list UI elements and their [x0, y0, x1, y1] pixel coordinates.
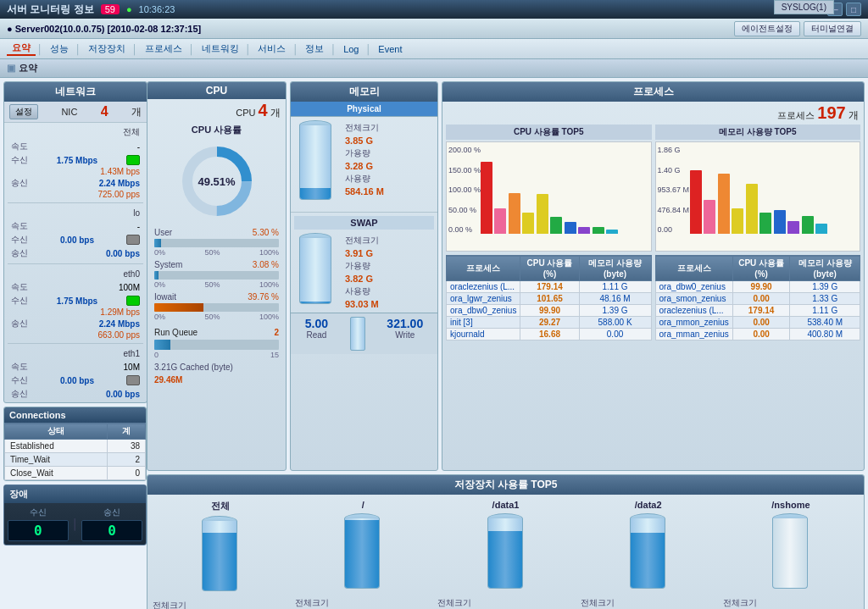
- storage-cylinder-data2: [626, 513, 670, 594]
- chart-bar-1: [481, 162, 506, 234]
- io-read-col: 5.00 Read: [305, 317, 328, 351]
- badge: 59: [101, 4, 120, 14]
- nav-item-summary[interactable]: 요약: [7, 42, 36, 56]
- mem-chart-bars: [690, 146, 857, 234]
- mem-top5-row-2: ora_smon_zenius 0.00 1.33 G: [655, 293, 860, 305]
- connections-table: 상태 계 Established 38 Time_Wait 2: [4, 423, 146, 480]
- cpu-usage-chart: CPU 사용률 TOP5 200.00 % 150.00 % 100.00 % …: [446, 125, 652, 340]
- network-section-eth1: eth1 속도 10M 수신 0.00 bps 송신 0.00 bps: [4, 346, 147, 402]
- storage-stats-data2: 전체크기 89.71 G 가용량 18.54 G 사용량 71: [581, 597, 716, 609]
- nic-count: 4: [101, 104, 108, 119]
- storage-item-root: / 전체크기: [295, 500, 431, 609]
- network-section-total: 전체 속도 - 수신 1.75 Mbps 1.43M bps 송신: [4, 123, 147, 201]
- section-header: ▣ 요약: [0, 59, 868, 78]
- memory-swap-section: 전체크기 3.91 G 가용량 3.82 G 사용량 93.0: [291, 230, 437, 313]
- server-bar: ● Server002(10.0.0.75) [2010-02-08 12:37…: [0, 19, 868, 39]
- cpu-rq-bar: [154, 340, 279, 350]
- chart-bar-3: [537, 194, 562, 234]
- mem-usage-chart: 메모리 사용량 TOP5 1.86 G 1.40 G 953.67 M 476.…: [655, 125, 861, 340]
- nav-item-network[interactable]: 네트워킹: [197, 42, 244, 55]
- mem-chart-area: 1.86 G 1.40 G 953.67 M 476.84 M 0.00: [655, 141, 861, 252]
- cpu-top5-row-3: ora_dbw0_zenius 99.90 1.39 G: [447, 305, 652, 317]
- connections-header: Connections: [4, 407, 146, 423]
- nav-item-performance[interactable]: 성능: [45, 42, 74, 55]
- nic-label: 개: [131, 105, 142, 119]
- cpu-table-header-mem: 메모리 사용량(byte): [579, 256, 651, 281]
- cpu-title-label: CPU: [236, 108, 258, 118]
- alarm-recv-col: 수신 0: [8, 507, 69, 541]
- net-indicator-eth1: [126, 375, 140, 385]
- cpu-panel: CPU CPU 4 개 CPU 사용률: [147, 81, 287, 471]
- network-config-btn[interactable]: 설정: [9, 104, 38, 119]
- net-indicator-eth0: [126, 296, 140, 306]
- title-bar: 서버 모니터링 정보 59 ● 10:36:23 ─ □: [0, 0, 868, 19]
- alarm-recv-counter: 0: [8, 520, 69, 541]
- storage-cylinder-nshome: [769, 513, 813, 594]
- net-indicator-lo: [126, 235, 140, 245]
- cpu-table-header-process: 프로세스: [447, 256, 520, 281]
- storage-header: 저장장치 사용률 TOP5: [147, 475, 864, 495]
- cpu-user-bar: [154, 239, 279, 247]
- cpu-top5-row-4: init [3] 29.27 588.00 K: [447, 317, 652, 329]
- storage-item-data1: /data1 전: [437, 500, 573, 609]
- syslog-label: SYSLOG(1): [782, 3, 826, 12]
- swap-cylinder: [296, 233, 337, 309]
- storage-stats-data1: 전체크기 89.71 G 가용량 15.75 G 사용량 73: [437, 597, 573, 609]
- storage-cylinder-data1: [484, 513, 528, 594]
- nav-item-storage[interactable]: 저장장치: [83, 42, 131, 55]
- process-panel-header: 프로세스: [442, 82, 864, 102]
- memory-tabs: Physical: [291, 102, 437, 117]
- storage-stats-total: 전체크기 210.35 G 가용량 35.37 G 사용량 1: [153, 600, 288, 609]
- network-panel: 네트워크 설정 NIC 4 개 전체 속도 - 수신: [3, 81, 147, 403]
- nav-item-log[interactable]: Log: [338, 44, 364, 54]
- nav-item-services[interactable]: 서비스: [253, 42, 291, 55]
- cpu-pct-text: 49.51%: [198, 175, 235, 188]
- title-text: 서버 모니터링 정보: [7, 3, 94, 17]
- folder-icon: ▣: [7, 63, 15, 74]
- mem-chart-bar-4: [774, 210, 799, 234]
- network-section-lo: lo 속도 - 수신 0.00 bps 송신 0.00 bps: [4, 205, 147, 262]
- swap-title: SWAP: [294, 216, 434, 230]
- cpu-gauge: 49.51%: [179, 143, 255, 219]
- alarm-send-col: 송신 0: [81, 507, 142, 541]
- cpu-panel-header: CPU: [147, 82, 286, 99]
- process-panel: 프로세스 프로세스 197 개 CPU 사용률 TOP5: [442, 81, 865, 471]
- swap-stats: 전체크기 3.91 G 가용량 3.82 G 사용량 93.0: [340, 233, 432, 309]
- io-row: 5.00 Read 321.00 Write: [291, 313, 437, 354]
- conn-header-state: 상태: [5, 424, 108, 440]
- memory-panel: 메모리 Physical: [290, 81, 438, 471]
- cpu-system-bar: [154, 271, 279, 280]
- cpu-top5-row-5: kjournald 16.68 0.00: [447, 329, 652, 340]
- nav-item-info[interactable]: 정보: [300, 42, 329, 55]
- cpu-top5-row-1: oraclezenius (L... 179.14 1.11 G: [447, 281, 652, 293]
- process-count: 197: [817, 103, 845, 122]
- cpu-count-label: 개: [270, 107, 281, 119]
- terminal-connect-btn[interactable]: 터미널연결: [804, 21, 861, 36]
- process-charts-row: CPU 사용률 TOP5 200.00 % 150.00 % 100.00 % …: [442, 125, 864, 344]
- main-content: 네트워크 설정 NIC 4 개 전체 속도 - 수신: [0, 78, 868, 609]
- net-indicator-total: [126, 155, 140, 165]
- mem-table-header-process: 프로세스: [655, 256, 732, 281]
- network-section-eth0: eth0 속도 100M 수신 1.75 Mbps 1.29M bps 송신: [4, 266, 147, 341]
- chart-bar-2: [509, 193, 534, 234]
- mem-tab-physical[interactable]: Physical: [291, 102, 437, 116]
- window-restore-btn[interactable]: □: [846, 3, 861, 16]
- nav-bar: 요약 │ 성능 │ 저장장치 │ 프로세스 │ 네트워킹 │ 서비스 │ 정보 …: [0, 39, 868, 59]
- mem-top5-row-1: ora_dbw0_zenius 99.90 1.39 G: [655, 281, 860, 293]
- mem-top5-row-5: ora_mman_zenius 0.00 400.80 M: [655, 329, 860, 340]
- memory-cylinder: [296, 120, 337, 205]
- agent-settings-btn[interactable]: 에이전트설정: [734, 21, 800, 36]
- mem-top5-row-4: ora_mmon_zenius 0.00 538.40 M: [655, 317, 860, 329]
- conn-row-timewait: Time_Wait 2: [5, 453, 146, 467]
- conn-row-closewait: Close_Wait 0: [5, 467, 146, 480]
- cpu-chart-bars: [481, 146, 648, 234]
- section-title: 요약: [19, 62, 37, 75]
- cpu-top5-row-2: ora_lgwr_zenius 101.65 48.16 M: [447, 293, 652, 305]
- mem-top5-table: 프로세스 CPU 사용률(%) 메모리 사용량(byte) ora_dbw0_z…: [655, 255, 861, 340]
- alarm-panel: 장애 수신 0 │ 송신 0: [3, 484, 147, 545]
- storage-section: 저장장치 사용률 TOP5 전체: [147, 474, 865, 606]
- mem-chart-bar-1: [690, 170, 715, 234]
- nav-item-process[interactable]: 프로세스: [140, 42, 187, 55]
- nav-item-event[interactable]: Event: [373, 44, 407, 54]
- indicator: ●: [126, 4, 132, 14]
